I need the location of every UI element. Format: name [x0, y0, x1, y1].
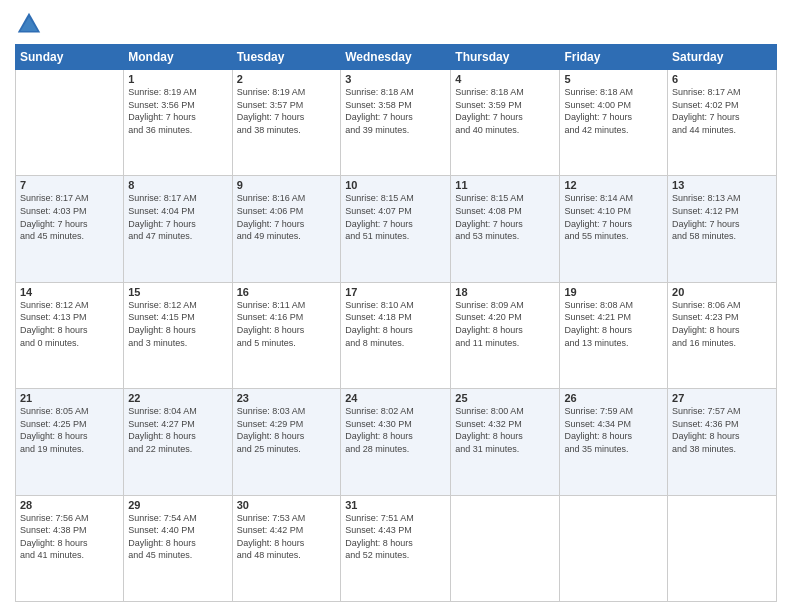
day-info: Sunrise: 8:00 AM Sunset: 4:32 PM Dayligh…: [455, 405, 555, 455]
day-number: 28: [20, 499, 119, 511]
day-number: 17: [345, 286, 446, 298]
day-info: Sunrise: 8:12 AM Sunset: 4:13 PM Dayligh…: [20, 299, 119, 349]
day-number: 19: [564, 286, 663, 298]
day-number: 18: [455, 286, 555, 298]
day-number: 7: [20, 179, 119, 191]
calendar-cell: 15Sunrise: 8:12 AM Sunset: 4:15 PM Dayli…: [124, 282, 232, 388]
day-info: Sunrise: 8:13 AM Sunset: 4:12 PM Dayligh…: [672, 192, 772, 242]
calendar-week-row: 14Sunrise: 8:12 AM Sunset: 4:13 PM Dayli…: [16, 282, 777, 388]
calendar-header-wednesday: Wednesday: [341, 45, 451, 70]
day-number: 11: [455, 179, 555, 191]
header: [15, 10, 777, 38]
day-info: Sunrise: 8:08 AM Sunset: 4:21 PM Dayligh…: [564, 299, 663, 349]
day-info: Sunrise: 8:19 AM Sunset: 3:56 PM Dayligh…: [128, 86, 227, 136]
day-number: 30: [237, 499, 337, 511]
calendar-header-monday: Monday: [124, 45, 232, 70]
day-info: Sunrise: 8:02 AM Sunset: 4:30 PM Dayligh…: [345, 405, 446, 455]
day-info: Sunrise: 7:57 AM Sunset: 4:36 PM Dayligh…: [672, 405, 772, 455]
logo: [15, 10, 47, 38]
day-number: 22: [128, 392, 227, 404]
calendar-cell: 21Sunrise: 8:05 AM Sunset: 4:25 PM Dayli…: [16, 389, 124, 495]
calendar-cell: [668, 495, 777, 601]
day-info: Sunrise: 8:05 AM Sunset: 4:25 PM Dayligh…: [20, 405, 119, 455]
day-number: 25: [455, 392, 555, 404]
day-info: Sunrise: 8:12 AM Sunset: 4:15 PM Dayligh…: [128, 299, 227, 349]
day-info: Sunrise: 8:04 AM Sunset: 4:27 PM Dayligh…: [128, 405, 227, 455]
day-info: Sunrise: 8:14 AM Sunset: 4:10 PM Dayligh…: [564, 192, 663, 242]
calendar-cell: 22Sunrise: 8:04 AM Sunset: 4:27 PM Dayli…: [124, 389, 232, 495]
day-info: Sunrise: 8:11 AM Sunset: 4:16 PM Dayligh…: [237, 299, 337, 349]
calendar-week-row: 1Sunrise: 8:19 AM Sunset: 3:56 PM Daylig…: [16, 70, 777, 176]
calendar-cell: 5Sunrise: 8:18 AM Sunset: 4:00 PM Daylig…: [560, 70, 668, 176]
calendar-week-row: 21Sunrise: 8:05 AM Sunset: 4:25 PM Dayli…: [16, 389, 777, 495]
calendar-cell: 17Sunrise: 8:10 AM Sunset: 4:18 PM Dayli…: [341, 282, 451, 388]
calendar-cell: 16Sunrise: 8:11 AM Sunset: 4:16 PM Dayli…: [232, 282, 341, 388]
day-info: Sunrise: 8:03 AM Sunset: 4:29 PM Dayligh…: [237, 405, 337, 455]
day-number: 5: [564, 73, 663, 85]
day-number: 3: [345, 73, 446, 85]
day-number: 1: [128, 73, 227, 85]
calendar-cell: 18Sunrise: 8:09 AM Sunset: 4:20 PM Dayli…: [451, 282, 560, 388]
calendar-cell: 19Sunrise: 8:08 AM Sunset: 4:21 PM Dayli…: [560, 282, 668, 388]
day-number: 2: [237, 73, 337, 85]
calendar-cell: 10Sunrise: 8:15 AM Sunset: 4:07 PM Dayli…: [341, 176, 451, 282]
day-number: 14: [20, 286, 119, 298]
day-info: Sunrise: 7:53 AM Sunset: 4:42 PM Dayligh…: [237, 512, 337, 562]
calendar-header-sunday: Sunday: [16, 45, 124, 70]
calendar-week-row: 7Sunrise: 8:17 AM Sunset: 4:03 PM Daylig…: [16, 176, 777, 282]
calendar-cell: 13Sunrise: 8:13 AM Sunset: 4:12 PM Dayli…: [668, 176, 777, 282]
day-number: 23: [237, 392, 337, 404]
day-number: 24: [345, 392, 446, 404]
day-number: 20: [672, 286, 772, 298]
calendar-table: SundayMondayTuesdayWednesdayThursdayFrid…: [15, 44, 777, 602]
calendar-cell: 14Sunrise: 8:12 AM Sunset: 4:13 PM Dayli…: [16, 282, 124, 388]
day-info: Sunrise: 8:16 AM Sunset: 4:06 PM Dayligh…: [237, 192, 337, 242]
day-number: 29: [128, 499, 227, 511]
calendar-cell: 28Sunrise: 7:56 AM Sunset: 4:38 PM Dayli…: [16, 495, 124, 601]
day-number: 15: [128, 286, 227, 298]
calendar-cell: 3Sunrise: 8:18 AM Sunset: 3:58 PM Daylig…: [341, 70, 451, 176]
day-info: Sunrise: 8:18 AM Sunset: 4:00 PM Dayligh…: [564, 86, 663, 136]
day-info: Sunrise: 7:51 AM Sunset: 4:43 PM Dayligh…: [345, 512, 446, 562]
calendar-cell: 30Sunrise: 7:53 AM Sunset: 4:42 PM Dayli…: [232, 495, 341, 601]
day-info: Sunrise: 8:17 AM Sunset: 4:04 PM Dayligh…: [128, 192, 227, 242]
day-number: 16: [237, 286, 337, 298]
day-number: 12: [564, 179, 663, 191]
day-number: 27: [672, 392, 772, 404]
day-info: Sunrise: 7:54 AM Sunset: 4:40 PM Dayligh…: [128, 512, 227, 562]
calendar-cell: 25Sunrise: 8:00 AM Sunset: 4:32 PM Dayli…: [451, 389, 560, 495]
day-number: 8: [128, 179, 227, 191]
day-number: 6: [672, 73, 772, 85]
day-info: Sunrise: 8:19 AM Sunset: 3:57 PM Dayligh…: [237, 86, 337, 136]
calendar-cell: [16, 70, 124, 176]
calendar-cell: 8Sunrise: 8:17 AM Sunset: 4:04 PM Daylig…: [124, 176, 232, 282]
day-number: 31: [345, 499, 446, 511]
calendar-header-friday: Friday: [560, 45, 668, 70]
day-info: Sunrise: 8:18 AM Sunset: 3:58 PM Dayligh…: [345, 86, 446, 136]
day-info: Sunrise: 8:17 AM Sunset: 4:02 PM Dayligh…: [672, 86, 772, 136]
calendar-cell: 29Sunrise: 7:54 AM Sunset: 4:40 PM Dayli…: [124, 495, 232, 601]
calendar-cell: 31Sunrise: 7:51 AM Sunset: 4:43 PM Dayli…: [341, 495, 451, 601]
day-info: Sunrise: 8:18 AM Sunset: 3:59 PM Dayligh…: [455, 86, 555, 136]
calendar-cell: 24Sunrise: 8:02 AM Sunset: 4:30 PM Dayli…: [341, 389, 451, 495]
day-info: Sunrise: 8:15 AM Sunset: 4:07 PM Dayligh…: [345, 192, 446, 242]
logo-icon: [15, 10, 43, 38]
calendar-cell: 23Sunrise: 8:03 AM Sunset: 4:29 PM Dayli…: [232, 389, 341, 495]
calendar-cell: 1Sunrise: 8:19 AM Sunset: 3:56 PM Daylig…: [124, 70, 232, 176]
day-info: Sunrise: 7:56 AM Sunset: 4:38 PM Dayligh…: [20, 512, 119, 562]
calendar-header-saturday: Saturday: [668, 45, 777, 70]
day-info: Sunrise: 7:59 AM Sunset: 4:34 PM Dayligh…: [564, 405, 663, 455]
calendar-header-thursday: Thursday: [451, 45, 560, 70]
calendar-cell: 7Sunrise: 8:17 AM Sunset: 4:03 PM Daylig…: [16, 176, 124, 282]
calendar-cell: 27Sunrise: 7:57 AM Sunset: 4:36 PM Dayli…: [668, 389, 777, 495]
calendar-cell: [451, 495, 560, 601]
day-info: Sunrise: 8:09 AM Sunset: 4:20 PM Dayligh…: [455, 299, 555, 349]
day-number: 13: [672, 179, 772, 191]
day-info: Sunrise: 8:10 AM Sunset: 4:18 PM Dayligh…: [345, 299, 446, 349]
calendar-header-tuesday: Tuesday: [232, 45, 341, 70]
day-info: Sunrise: 8:15 AM Sunset: 4:08 PM Dayligh…: [455, 192, 555, 242]
day-number: 10: [345, 179, 446, 191]
page: SundayMondayTuesdayWednesdayThursdayFrid…: [0, 0, 792, 612]
day-number: 9: [237, 179, 337, 191]
calendar-week-row: 28Sunrise: 7:56 AM Sunset: 4:38 PM Dayli…: [16, 495, 777, 601]
